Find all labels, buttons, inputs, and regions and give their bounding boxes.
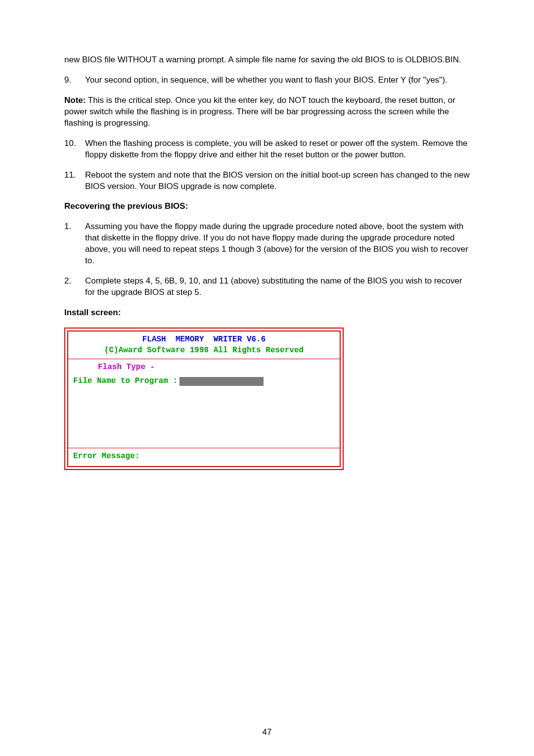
step-10-number: 10. [64, 138, 85, 161]
bios-flash-type: Flash Type - [73, 362, 335, 373]
recover-step-1: 1. Assuming you have the floppy made dur… [64, 221, 470, 267]
bios-error-label: Error Message: [73, 451, 335, 462]
page-number: 47 [0, 727, 534, 738]
install-screen-heading: Install screen: [64, 307, 470, 319]
bios-outer-border: FLASH MEMORY WRITER V6.6 (C)Award Softwa… [64, 328, 344, 470]
bios-copyright: (C)Award Software 1998 All Rights Reserv… [73, 345, 335, 356]
bios-filename-input[interactable] [179, 377, 264, 386]
intro-paragraph: new BIOS file WITHOUT a warning prompt. … [64, 54, 470, 66]
recover-1-number: 1. [64, 221, 85, 267]
bios-screenshot: FLASH MEMORY WRITER V6.6 (C)Award Softwa… [64, 328, 470, 470]
bios-filename-row: File Name to Program : [73, 376, 335, 387]
note-label: Note: [64, 95, 86, 105]
step-9-text: Your second option, in sequence, will be… [85, 75, 470, 86]
step-9: 9. Your second option, in sequence, will… [64, 75, 470, 86]
note-text: This is the critical step. Once you kit … [64, 95, 455, 128]
recover-step-2: 2. Complete steps 4, 5, 6B, 9, 10, and 1… [64, 276, 470, 298]
bios-divider-top [68, 359, 340, 359]
step-11-number: 11. [64, 170, 85, 192]
step-11-text: Reboot the system and note that the BIOS… [85, 170, 470, 192]
bios-divider-bottom [68, 448, 340, 448]
page: new BIOS file WITHOUT a warning prompt. … [0, 0, 534, 756]
note-paragraph: Note: This is the critical step. Once yo… [64, 95, 470, 129]
step-10-text: When the flashing process is complete, y… [85, 138, 470, 161]
step-10: 10. When the flashing process is complet… [64, 138, 470, 161]
step-11: 11. Reboot the system and note that the … [64, 170, 470, 192]
bios-filename-label: File Name to Program : [73, 376, 178, 387]
bios-title: FLASH MEMORY WRITER V6.6 [73, 334, 335, 345]
bios-blank-area [73, 386, 335, 445]
recover-2-text: Complete steps 4, 5, 6B, 9, 10, and 11 (… [85, 276, 470, 298]
recover-1-text: Assuming you have the floppy made during… [85, 221, 470, 267]
bios-inner-border: FLASH MEMORY WRITER V6.6 (C)Award Softwa… [67, 331, 341, 467]
recover-2-number: 2. [64, 276, 85, 298]
recover-heading: Recovering the previous BIOS: [64, 201, 470, 212]
step-9-number: 9. [64, 75, 85, 86]
